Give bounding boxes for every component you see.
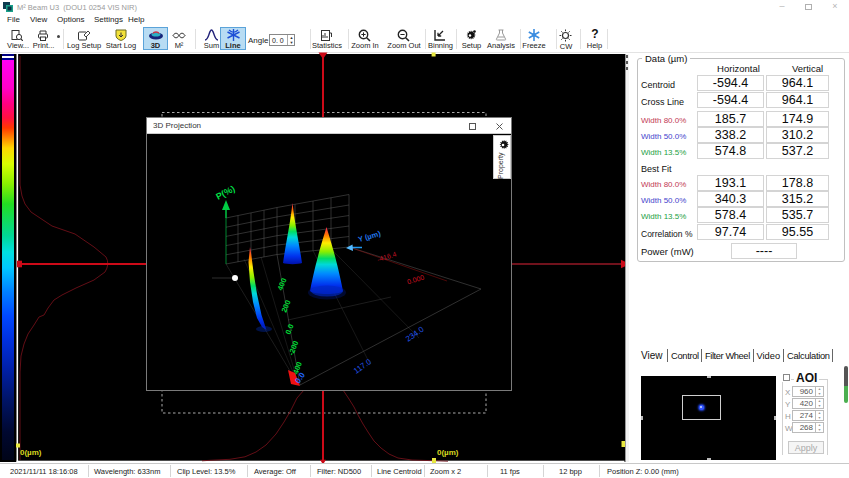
svg-text:0(µm): 0(µm) [437, 448, 459, 457]
svg-text:0.000: 0.000 [406, 274, 425, 286]
svg-text:117.0: 117.0 [352, 357, 374, 376]
svg-text:0(µm): 0(µm) [20, 448, 42, 457]
svg-text:-416.4: -416.4 [376, 250, 397, 263]
svg-text:-200: -200 [287, 339, 301, 356]
svg-text:P(%): P(%) [214, 184, 236, 202]
svg-text:400: 400 [276, 277, 289, 292]
svg-text:200: 200 [280, 299, 293, 314]
svg-text:234.0: 234.0 [404, 324, 426, 343]
svg-text:0.0: 0.0 [284, 323, 296, 336]
svg-text:Y (µm): Y (µm) [357, 229, 382, 244]
